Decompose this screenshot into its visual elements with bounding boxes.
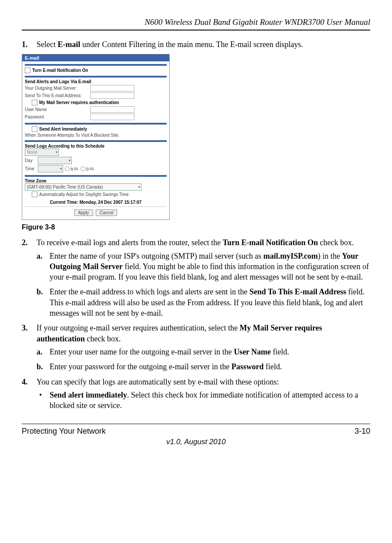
step-1-number: 1. bbox=[22, 39, 28, 50]
send-to-input[interactable] bbox=[90, 92, 134, 99]
outgoing-server-input[interactable] bbox=[90, 85, 134, 91]
time-label: Time bbox=[25, 166, 38, 171]
step-2b-b1: Send To This E-mail Address bbox=[249, 287, 346, 296]
pm-radio[interactable] bbox=[80, 166, 85, 171]
step-3a-number: a. bbox=[37, 347, 43, 357]
step-3b-b1: Password bbox=[231, 362, 264, 371]
ss-divider bbox=[25, 123, 167, 125]
ss-divider bbox=[25, 175, 167, 177]
chevron-down-icon: ▾ bbox=[56, 150, 57, 154]
ss-divider bbox=[25, 76, 167, 78]
notification-on-label: Turn E-mail Notification On bbox=[32, 68, 88, 73]
step-2a-t1: Enter the name of your ISP's outgoing (S… bbox=[50, 252, 263, 260]
username-input[interactable] bbox=[90, 106, 134, 113]
step-2a-number: a. bbox=[37, 251, 43, 261]
ss-section-alerts: Send Alerts and Logs Via E-mail bbox=[25, 79, 167, 84]
ss-section-schedule: Send Logs According to this Schedule bbox=[25, 144, 167, 148]
step-2-post: check box. bbox=[318, 238, 354, 247]
send-alert-immediately-checkbox[interactable] bbox=[32, 126, 37, 132]
doc-header-title: N600 Wireless Dual Band Gigabit Router W… bbox=[22, 17, 370, 27]
step-2-number: 2. bbox=[22, 237, 28, 248]
cancel-button[interactable]: Cancel bbox=[96, 209, 117, 216]
step-3-t1: If your outgoing e-mail server requires … bbox=[37, 324, 240, 332]
step-3-number: 3. bbox=[22, 323, 28, 333]
schedule-select[interactable]: None ▾ bbox=[25, 148, 59, 156]
step-3: 3. If your outgoing e-mail server requir… bbox=[22, 323, 370, 372]
password-input[interactable] bbox=[90, 114, 134, 120]
pm-label: p.m. bbox=[86, 166, 94, 171]
schedule-select-value: None bbox=[27, 150, 37, 155]
dst-label: Automatically Adjust for Daylight Saving… bbox=[39, 192, 129, 197]
day-select[interactable]: ▾ bbox=[38, 157, 72, 164]
email-config-screenshot: E-mail Turn E-mail Notification On Send … bbox=[22, 54, 170, 220]
outgoing-server-label: Your Outgoing Mail Server: bbox=[25, 86, 90, 91]
page-footer: Protecting Your Network 3-10 v1.0, Augus… bbox=[22, 424, 370, 446]
day-label: Day bbox=[25, 158, 38, 163]
apply-button[interactable]: Apply bbox=[74, 209, 93, 216]
send-alert-sub: When Someone Attempts To Visit A Blocked… bbox=[25, 133, 167, 138]
step-2b-number: b. bbox=[37, 287, 43, 297]
step-2a: a. Enter the name of your ISP's outgoing… bbox=[37, 251, 370, 283]
footer-page-number: 3-10 bbox=[355, 427, 370, 436]
step-4-text: You can specify that logs are automatica… bbox=[37, 378, 279, 386]
ss-divider bbox=[25, 64, 167, 66]
step-4-bul1-b: Send alert immediately bbox=[50, 391, 127, 399]
send-alert-immediately-label: Send Alert Immediately bbox=[39, 127, 87, 132]
send-to-label: Send To This E-mail Address: bbox=[25, 93, 90, 98]
dst-checkbox[interactable] bbox=[32, 192, 37, 197]
ss-divider bbox=[25, 140, 167, 142]
notification-on-checkbox[interactable] bbox=[25, 67, 30, 73]
step-1-text-post: under Content Filtering in the main menu… bbox=[80, 40, 303, 49]
step-3-t2: check box. bbox=[85, 334, 121, 343]
step-2b-t1: Enter the e-mail address to which logs a… bbox=[50, 287, 249, 296]
time-select[interactable]: ▾ bbox=[38, 165, 63, 172]
step-4: 4. You can specify that logs are automat… bbox=[22, 377, 370, 411]
step-2a-t2: ) in the bbox=[318, 252, 342, 260]
step-2-bold: Turn E-mail Notification On bbox=[223, 238, 318, 247]
auth-checkbox[interactable] bbox=[32, 100, 37, 105]
username-label: User Name bbox=[25, 107, 90, 112]
step-2-pre: To receive e-mail logs and alerts from t… bbox=[37, 238, 223, 247]
step-4-number: 4. bbox=[22, 377, 28, 387]
step-3b-t1: Enter your password for the outgoing e-m… bbox=[50, 362, 231, 371]
step-3a-b1: User Name bbox=[234, 347, 271, 356]
ss-section-timezone: Time Zone bbox=[25, 179, 167, 183]
step-2b: b. Enter the e-mail address to which log… bbox=[37, 287, 370, 318]
chevron-down-icon: ▾ bbox=[69, 159, 70, 162]
step-3a-t1: Enter your user name for the outgoing e-… bbox=[50, 347, 234, 356]
step-1-bold: E-mail bbox=[57, 40, 80, 49]
chevron-down-icon: ▾ bbox=[138, 185, 140, 189]
chevron-down-icon: ▾ bbox=[60, 167, 62, 171]
timezone-select[interactable]: (GMT-08:00) Pacific Time (US Canada) ▾ bbox=[25, 183, 141, 191]
header-rule bbox=[22, 30, 370, 30]
step-3b: b. Enter your password for the outgoing … bbox=[37, 361, 370, 372]
auth-label: My Mail Server requires authentication bbox=[39, 100, 119, 105]
current-time: Current Time: Monday, 24 Dec 2007 15:17:… bbox=[25, 200, 167, 205]
timezone-value: (GMT-08:00) Pacific Time (US Canada) bbox=[27, 185, 103, 189]
step-3b-t2: field. bbox=[264, 362, 282, 371]
step-1: 1. Select E-mail under Content Filtering… bbox=[22, 39, 370, 50]
password-label: Password bbox=[25, 115, 90, 119]
am-label: a.m. bbox=[70, 166, 79, 171]
am-radio[interactable] bbox=[65, 166, 70, 171]
step-1-text-pre: Select bbox=[37, 40, 57, 49]
step-4-bullet-1: Send alert immediately. Select this chec… bbox=[37, 390, 370, 411]
step-2: 2. To receive e-mail logs and alerts fro… bbox=[22, 237, 370, 318]
footer-section: Protecting Your Network bbox=[22, 427, 106, 436]
step-3a: a. Enter your user name for the outgoing… bbox=[37, 347, 370, 357]
footer-rule bbox=[22, 424, 370, 424]
step-3a-t2: field. bbox=[271, 347, 289, 356]
step-3b-number: b. bbox=[37, 361, 43, 372]
ss-titlebar: E-mail bbox=[22, 54, 169, 61]
footer-version: v1.0, August 2010 bbox=[22, 438, 370, 446]
step-2a-b1: mail.myISP.com bbox=[263, 252, 318, 260]
figure-caption: Figure 3-8 bbox=[22, 223, 370, 231]
